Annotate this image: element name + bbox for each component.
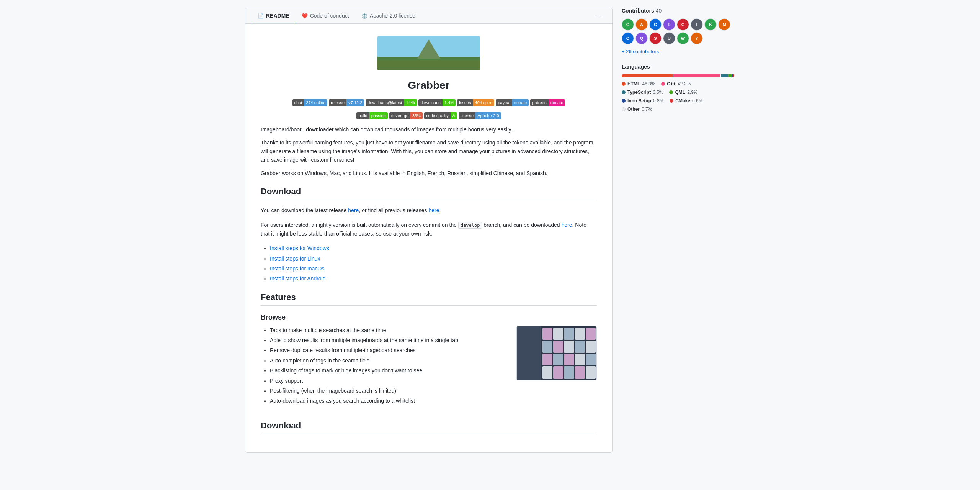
browse-screenshot-img (517, 326, 597, 380)
tab-conduct[interactable]: ❤️ Code of conduct (296, 8, 355, 23)
badge-license: license Apache-2.0 (459, 112, 501, 119)
feature-row-browse: Tabs to make multiple searches at the sa… (261, 326, 597, 411)
download-link3[interactable]: here (562, 222, 572, 228)
install-linux-link[interactable]: Install steps for Linux (270, 256, 320, 262)
badges-container-2: build passing coverage 33% code quality … (261, 112, 597, 119)
lang-dot-cmake (670, 99, 673, 103)
lang-html-bar (622, 74, 673, 77)
avatar: S (649, 32, 662, 44)
tab-license-label: Apache-2.0 license (370, 13, 415, 19)
download-heading: Download (261, 187, 597, 200)
contributors-count: 40 (656, 8, 662, 14)
avatar: W (677, 32, 689, 44)
lang-other-bar (734, 74, 735, 77)
install-windows-link[interactable]: Install steps for Windows (270, 245, 329, 251)
avatar: M (718, 18, 730, 31)
download-para2-2: branch, and can be downloaded (482, 222, 561, 228)
avatars-grid: G A C E G I K M O Q S U W Y (622, 18, 735, 44)
main-content: 📄 README ❤️ Code of conduct ⚖️ Apache-2.… (245, 8, 612, 453)
download-link2[interactable]: here (428, 207, 439, 213)
lang-item-cmake: CMake 0.6% (670, 98, 702, 103)
lang-item-other: Other 0.7% (622, 107, 652, 112)
lang-dot-qml (669, 90, 673, 94)
avatar: C (649, 18, 662, 31)
avatar: Y (691, 32, 703, 44)
avatar: A (635, 18, 648, 31)
browse-heading: Browse (261, 313, 597, 321)
install-macos-link[interactable]: Install steps for macOs (270, 265, 324, 272)
list-item: Remove duplicate results from multiple-i… (270, 346, 509, 354)
license-icon: ⚖️ (361, 13, 368, 19)
more-contributors-link[interactable]: + 26 contributors (622, 49, 659, 54)
list-item: Install steps for Windows (270, 244, 597, 252)
languages-section: Languages HTML 46.3% C++ 42 (622, 64, 735, 112)
tab-readme-label: README (266, 13, 289, 19)
lang-dot-html (622, 82, 626, 86)
list-item: Install steps for macOs (270, 264, 597, 273)
lang-ts-bar (721, 74, 728, 77)
download-link1[interactable]: here (348, 207, 359, 213)
languages-title: Languages (622, 64, 735, 70)
badge-build: build passing (356, 112, 387, 119)
readme-icon: 📄 (258, 13, 264, 19)
avatar: Q (635, 32, 648, 44)
languages-bar (622, 74, 735, 77)
badge-patreon: patreon donate (530, 99, 565, 106)
lang-item-cpp: C++ 42.2% (661, 81, 691, 87)
list-item: Auto-download images as you search accor… (270, 397, 509, 405)
list-item: Able to show results from multiple image… (270, 336, 509, 344)
lang-item-qml: QML 2.9% (669, 90, 697, 95)
badge-downloads-latest: downloads@latest 144k (366, 99, 417, 106)
badge-chat: chat 274 online (292, 99, 328, 106)
download-para2: For users interested, a nightly version … (261, 221, 597, 238)
install-android-link[interactable]: Install steps for Android (270, 275, 326, 282)
avatar: U (663, 32, 675, 44)
avatar: G (622, 18, 634, 31)
lang-dot-cpp (661, 82, 665, 86)
lang-list: HTML 46.3% C++ 42.2% TypeScript 6.5% QML… (622, 81, 735, 112)
sidebar: Contributors 40 G A C E G I K M O Q S U … (622, 8, 735, 453)
tab-readme[interactable]: 📄 README (252, 8, 296, 23)
lang-cpp-bar (673, 74, 720, 77)
download-text3: . (439, 207, 441, 213)
contributors-section: Contributors 40 G A C E G I K M O Q S U … (622, 8, 735, 54)
badges-container: chat 274 online release v7.12.2 download… (261, 99, 597, 106)
badge-issues: issues 404 open (457, 99, 494, 106)
lang-item-inno: Inno Setup 0.8% (622, 98, 663, 103)
badge-code-quality: code quality A (424, 112, 457, 119)
description-p1: Imageboard/booru downloader which can do… (261, 125, 597, 134)
download-text2: , or find all previous releases (359, 207, 428, 213)
avatar: I (691, 18, 703, 31)
lang-dot-other (622, 107, 626, 111)
lang-dot-ts (622, 90, 626, 94)
lang-inno-bar (732, 74, 733, 77)
download-heading2: Download (261, 421, 597, 434)
hero-image-container (261, 36, 597, 72)
lang-cmake-bar (733, 74, 734, 77)
lang-qml-bar (728, 74, 732, 77)
description: Imageboard/booru downloader which can do… (261, 125, 597, 177)
description-p3: Grabber works on Windows, Mac, and Linux… (261, 169, 597, 177)
list-item: Proxy support (270, 377, 509, 385)
tabs-bar: 📄 README ❤️ Code of conduct ⚖️ Apache-2.… (245, 8, 612, 24)
download-text1: You can download the latest release (261, 207, 348, 213)
browse-list: Tabs to make multiple searches at the sa… (261, 326, 509, 407)
list-item: Install steps for Linux (270, 254, 597, 263)
download-para1: You can download the latest release here… (261, 206, 597, 215)
tab-conduct-label: Code of conduct (310, 13, 349, 19)
lang-dot-inno (622, 99, 626, 103)
avatar: O (622, 32, 634, 44)
branch-code: develop (458, 222, 482, 229)
kebab-menu-button[interactable]: ⋯ (593, 10, 606, 21)
features-heading: Features (261, 292, 597, 306)
screenshot-main (541, 326, 597, 380)
readme-body: Grabber chat 274 online release v7.12.2 … (245, 24, 612, 452)
description-p2: Thanks to its powerful naming features, … (261, 138, 597, 164)
list-item: Auto-completion of tags in the search fi… (270, 356, 509, 365)
list-item: Blacklisting of tags to mark or hide ima… (270, 366, 509, 375)
list-item: Post-filtering (when the imageboard sear… (270, 387, 509, 395)
tab-license[interactable]: ⚖️ Apache-2.0 license (355, 8, 421, 23)
conduct-icon: ❤️ (302, 13, 308, 19)
avatar: E (663, 18, 675, 31)
lang-item-ts: TypeScript 6.5% (622, 90, 663, 95)
